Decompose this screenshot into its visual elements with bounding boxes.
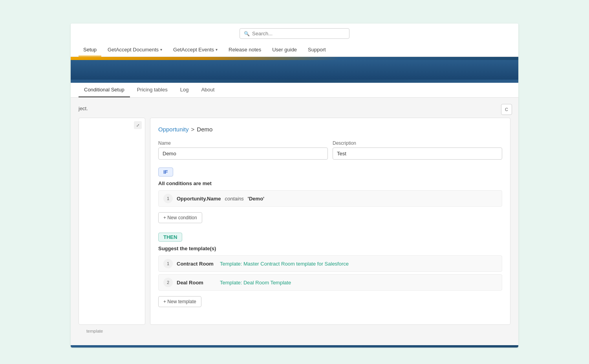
nav-items: Setup GetAccept Documents ▾ GetAccept Ev…: [79, 44, 510, 56]
then-section: THEN Suggest the template(s) 1 Contract …: [158, 233, 502, 307]
name-field: Name: [158, 140, 328, 160]
breadcrumb-separator: >: [191, 126, 195, 133]
nav-item-getaccept-events[interactable]: GetAccept Events ▾: [168, 44, 222, 56]
layout-grid: ⤢ Opportunity > Demo Name: [79, 118, 510, 325]
if-subtitle: All conditions are met: [158, 180, 502, 186]
top-nav: 🔍 Setup GetAccept Documents ▾ GetAccept …: [71, 24, 518, 57]
condition-row: 1 Opportunity.Name contains 'Demo': [158, 190, 502, 207]
condition-value: 'Demo': [248, 196, 264, 202]
hero-bar: [71, 60, 518, 80]
nav-item-getaccept-docs[interactable]: GetAccept Documents ▾: [103, 44, 167, 56]
template-link-1[interactable]: Template: Master Contract Room template …: [220, 261, 349, 267]
subnav-item-about[interactable]: About: [196, 83, 220, 97]
description-field: Description: [333, 140, 502, 160]
description-input[interactable]: [333, 147, 502, 160]
template-row-1: 1 Contract Room Template: Master Contrac…: [158, 255, 502, 272]
page-wrapper: 🔍 Setup GetAccept Documents ▾ GetAccept …: [0, 0, 589, 363]
subnav-item-pricing-tables[interactable]: Pricing tables: [132, 83, 173, 97]
template-number-1: 1: [163, 259, 173, 268]
template-row-2: 2 Deal Room Template: Deal Room Template: [158, 274, 502, 291]
breadcrumb-current: Demo: [197, 126, 212, 133]
left-panel: ⤢: [79, 118, 145, 325]
chevron-down-icon: ▾: [216, 47, 218, 52]
name-label: Name: [158, 140, 328, 146]
bottom-bar: [71, 345, 518, 348]
breadcrumb: Opportunity > Demo: [158, 126, 502, 133]
body-text: ject.: [79, 106, 510, 111]
add-condition-button[interactable]: + New condition: [158, 212, 202, 223]
main-container: 🔍 Setup GetAccept Documents ▾ GetAccept …: [71, 24, 518, 348]
form-row: Name Description: [158, 140, 502, 160]
name-input[interactable]: [158, 147, 328, 160]
subnav-item-conditional-setup[interactable]: Conditional Setup: [79, 83, 130, 97]
chevron-down-icon: ▾: [160, 47, 162, 52]
search-input[interactable]: [252, 31, 345, 36]
nav-item-setup[interactable]: Setup: [79, 44, 101, 56]
nav-item-release-notes[interactable]: Release notes: [224, 44, 266, 56]
search-row: 🔍: [79, 28, 510, 39]
deco-bar-blue: [71, 80, 518, 83]
template-number-2: 2: [163, 278, 173, 287]
search-icon: 🔍: [244, 31, 250, 36]
footer-text: template: [79, 325, 510, 337]
top-right-button[interactable]: C: [501, 104, 512, 115]
search-box[interactable]: 🔍: [240, 28, 349, 39]
if-section: IF All conditions are met 1 Opportunity.…: [158, 167, 502, 223]
right-panel: Opportunity > Demo Name Description: [150, 118, 510, 325]
template-link-2[interactable]: Template: Deal Room Template: [220, 280, 291, 286]
subnav-item-log[interactable]: Log: [175, 83, 194, 97]
breadcrumb-opportunity[interactable]: Opportunity: [158, 126, 189, 133]
nav-item-user-guide[interactable]: User guide: [267, 44, 302, 56]
template-type-1: Contract Room: [177, 261, 216, 267]
nav-item-support[interactable]: Support: [303, 44, 331, 56]
sub-nav: Conditional Setup Pricing tables Log Abo…: [71, 83, 518, 98]
then-subtitle: Suggest the template(s): [158, 246, 502, 251]
description-label: Description: [333, 140, 502, 146]
content-area: C ject. ⤢ Opportunity > Demo: [71, 98, 518, 345]
add-template-button[interactable]: + New template: [158, 296, 201, 307]
condition-field: Opportunity.Name: [177, 196, 221, 202]
then-tag: THEN: [158, 233, 182, 242]
condition-number: 1: [163, 194, 173, 203]
template-type-2: Deal Room: [177, 280, 216, 286]
if-tag: IF: [158, 167, 173, 177]
expand-icon[interactable]: ⤢: [134, 121, 142, 129]
condition-operator: contains: [225, 196, 243, 202]
deco-bar-yellow: [71, 57, 518, 60]
